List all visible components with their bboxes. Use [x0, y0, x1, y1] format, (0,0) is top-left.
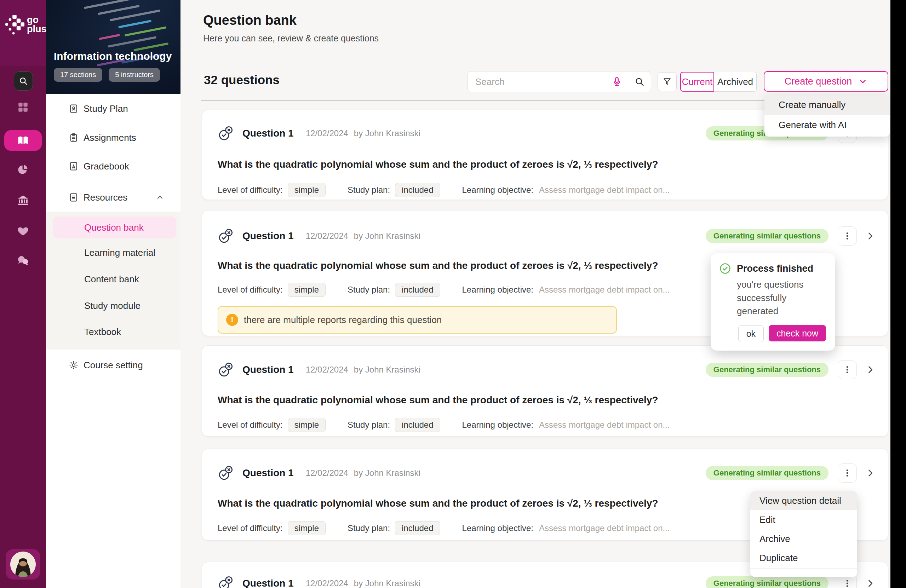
sidebar-item-learning-material[interactable]: Learning material — [46, 242, 180, 263]
sections-badge: 17 sections — [54, 68, 102, 82]
app-logo-text: goplus — [27, 15, 47, 33]
instructors-badge: 5 instructors — [108, 68, 160, 82]
question-date: 12/02/2024 — [306, 231, 348, 241]
menu-item-generate-ai[interactable]: Generate with AI — [764, 115, 890, 135]
status-badge: Generating similar questions — [706, 466, 828, 480]
toast-check-now-button[interactable]: check now — [769, 325, 826, 341]
create-question-button[interactable]: Create question — [764, 71, 888, 92]
search-input[interactable] — [467, 76, 606, 88]
question-author: by John Krasinski — [354, 468, 420, 478]
rail-courses-button-active[interactable] — [4, 130, 42, 151]
menu-item-view-question-detail[interactable]: View question detail — [750, 491, 857, 510]
sidebar-item-course-setting[interactable]: Course setting — [46, 354, 180, 376]
question-title: Question 1 — [242, 230, 294, 242]
difficulty-label: Level of difficulty: — [218, 285, 283, 295]
rail-messages-button[interactable] — [0, 254, 46, 267]
chevron-right-icon[interactable] — [865, 365, 875, 374]
chevron-up-icon — [156, 193, 164, 202]
card-menu-button[interactable] — [838, 360, 857, 379]
study-plan-chip: included — [395, 183, 440, 197]
sidebar-item-content-bank[interactable]: Content bank — [46, 269, 180, 289]
create-question-menu: Create manually Generate with AI — [764, 95, 890, 137]
sidebar-item-study-plan[interactable]: Study Plan — [46, 98, 180, 119]
sidebar-item-study-module[interactable]: Study module — [46, 295, 180, 316]
gradebook-icon — [69, 161, 78, 171]
tab-archived[interactable]: Archived — [714, 72, 757, 92]
menu-item-duplicate[interactable]: Duplicate — [750, 548, 857, 567]
status-badge: Generating similar questions — [706, 363, 828, 377]
microphone-icon[interactable] — [606, 76, 628, 87]
study-plan-label: Study plan: — [348, 523, 390, 533]
question-text: What is the quadratic polynomial whose s… — [218, 159, 875, 170]
nav-rail: goplus — [0, 0, 46, 588]
chevron-right-icon[interactable] — [865, 578, 875, 588]
toast-title: Process finished — [737, 263, 813, 274]
question-author: by John Krasinski — [354, 231, 420, 241]
chevron-right-icon[interactable] — [865, 468, 875, 478]
sidebar-item-resources[interactable]: Resources — [46, 187, 180, 208]
menu-item-create-manually[interactable]: Create manually — [764, 95, 890, 115]
page-subtitle: Here you can see, review & create questi… — [203, 33, 379, 43]
study-plan-chip: included — [395, 521, 440, 535]
question-author: by John Krasinski — [354, 578, 420, 588]
course-title: Information technology — [54, 50, 172, 62]
sidebar-item-assignments[interactable]: Assignments — [46, 127, 180, 148]
search-submit-button[interactable] — [628, 72, 651, 92]
page-title: Question bank — [203, 13, 297, 28]
card-menu-button[interactable] — [838, 226, 857, 245]
question-date: 12/02/2024 — [306, 578, 348, 588]
course-sidebar: Information technology 17 sections 5 ins… — [46, 0, 180, 588]
card-menu-button[interactable] — [838, 464, 857, 483]
objective-value: Assess mortgage debt impact on... — [539, 523, 670, 533]
question-check-x-icon — [218, 362, 234, 378]
question-check-x-icon — [218, 575, 234, 588]
heart-icon — [17, 225, 29, 237]
chevron-right-icon[interactable] — [865, 231, 875, 241]
check-circle-icon — [719, 263, 731, 274]
question-date: 12/02/2024 — [306, 128, 348, 138]
user-avatar-button[interactable] — [6, 549, 40, 580]
question-count: 32 questions — [204, 73, 279, 87]
menu-divider — [750, 568, 857, 569]
apps-grid-icon — [17, 101, 29, 113]
study-plan-label: Study plan: — [348, 420, 390, 430]
difficulty-label: Level of difficulty: — [218, 523, 283, 533]
institution-icon — [17, 194, 29, 207]
assignments-icon — [69, 133, 78, 143]
search-box — [467, 71, 651, 92]
question-check-x-icon — [218, 125, 234, 142]
sidebar-item-gradebook[interactable]: Gradebook — [46, 156, 180, 177]
user-avatar — [10, 551, 36, 577]
filter-button[interactable] — [657, 72, 677, 91]
menu-item-edit[interactable]: Edit — [750, 510, 857, 529]
rail-favorites-button[interactable] — [0, 225, 46, 237]
card-context-menu: View question detail Edit Archive Duplic… — [750, 491, 857, 577]
difficulty-label: Level of difficulty: — [218, 185, 283, 195]
reports-warning-banner: ! there are multiple reports regarding t… — [218, 306, 617, 334]
rail-search-button[interactable] — [14, 72, 33, 91]
main-content: Question bank Here you can see, review &… — [180, 0, 890, 588]
warning-icon: ! — [226, 314, 238, 326]
funnel-icon — [662, 77, 672, 86]
sidebar-item-textbook[interactable]: Textbook — [46, 322, 180, 342]
rail-analytics-button[interactable] — [0, 163, 46, 175]
sidebar-item-question-bank-active[interactable]: Question bank — [53, 217, 176, 239]
toast-ok-button[interactable]: ok — [738, 325, 764, 342]
menu-item-archive[interactable]: Archive — [750, 529, 857, 548]
difficulty-chip: simple — [288, 283, 325, 297]
difficulty-label: Level of difficulty: — [218, 420, 283, 430]
app-logo[interactable]: goplus — [4, 14, 47, 35]
question-title: Question 1 — [242, 128, 294, 139]
pie-chart-icon — [17, 163, 29, 175]
question-title: Question 1 — [242, 364, 294, 375]
objective-label: Learning objective: — [462, 185, 533, 195]
toast-message: you're questions successfully generated — [737, 278, 826, 318]
objective-value: Assess mortgage debt impact on... — [539, 420, 670, 430]
rail-institution-button[interactable] — [0, 194, 46, 207]
question-title: Question 1 — [242, 467, 294, 479]
rail-dashboard-button[interactable] — [0, 101, 46, 113]
question-text: What is the quadratic polynomial whose s… — [218, 395, 875, 406]
tab-current[interactable]: Current — [680, 72, 714, 92]
messages-icon — [17, 254, 29, 267]
chevron-down-icon — [858, 77, 868, 86]
